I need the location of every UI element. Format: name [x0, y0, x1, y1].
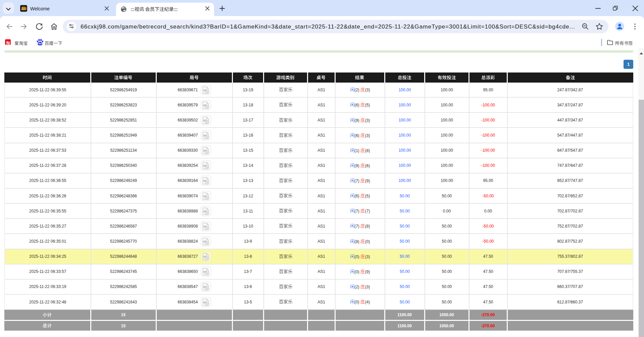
svg-text:du: du	[39, 42, 42, 45]
